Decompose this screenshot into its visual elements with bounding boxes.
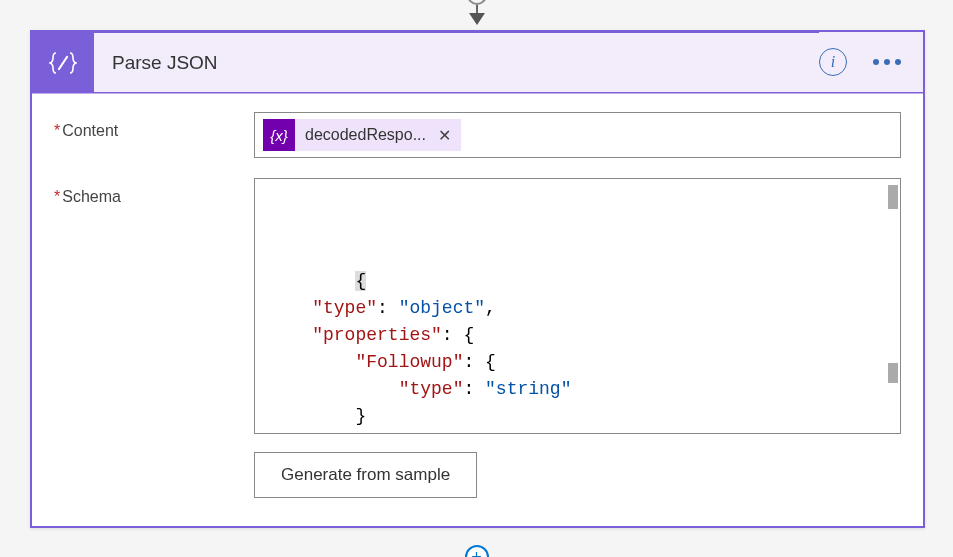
card-body: *Content {x} decodedRespo... ✕ *Schema {… [32, 94, 923, 520]
expression-token[interactable]: {x} decodedRespo... ✕ [263, 119, 461, 151]
fx-icon: {x} [263, 119, 295, 151]
info-icon[interactable]: i [819, 48, 847, 76]
content-input[interactable]: {x} decodedRespo... ✕ [254, 112, 901, 158]
token-remove-icon[interactable]: ✕ [438, 126, 451, 145]
schema-editor[interactable]: { "type": "object", "properties": { "Fol… [254, 178, 901, 434]
header-actions: i [819, 32, 923, 93]
scroll-thumb[interactable] [888, 185, 898, 209]
card-header[interactable]: Parse JSON i [32, 32, 923, 94]
content-label: *Content [54, 112, 254, 158]
add-step-icon[interactable]: + [465, 545, 489, 557]
code-braces-icon [32, 32, 94, 93]
action-card: Parse JSON i *Content {x} decodedRespo..… [30, 30, 925, 528]
connector-arrow-in [467, 0, 487, 25]
schema-field-row: *Schema { "type": "object", "properties"… [54, 178, 901, 498]
content-field-row: *Content {x} decodedRespo... ✕ [54, 112, 901, 158]
token-label: decodedRespo... [305, 126, 426, 144]
more-menu-icon[interactable] [869, 55, 905, 69]
schema-label: *Schema [54, 178, 254, 498]
card-title[interactable]: Parse JSON [94, 32, 819, 93]
generate-from-sample-button[interactable]: Generate from sample [254, 452, 477, 498]
scroll-thumb[interactable] [888, 363, 898, 383]
